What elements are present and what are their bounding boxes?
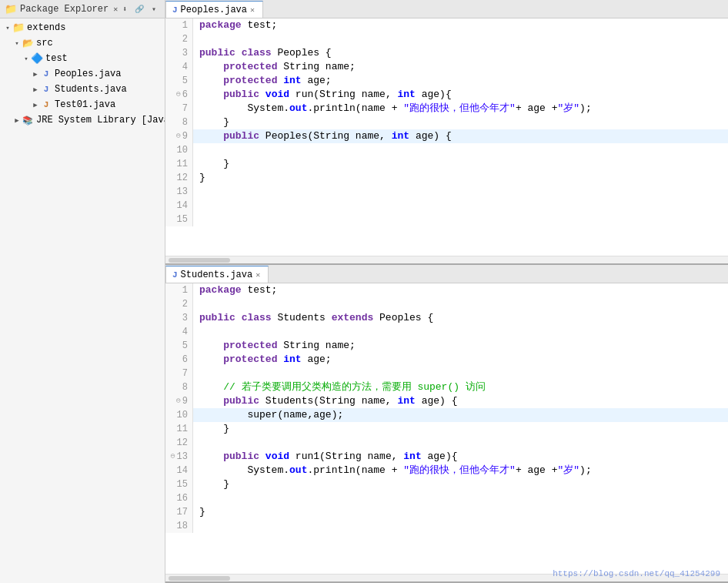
code-lines-peoples: 1package test;23public class Peoples {4 … [165, 18, 728, 256]
sidebar-toolbar: ⬇ 🔗 ▾ [119, 3, 160, 15]
tree-item-jre[interactable]: ▶ 📚 JRE System Library [JavaS... [0, 112, 165, 128]
lib-icon-jre: 📚 [22, 114, 34, 126]
code-line: 11 } [165, 422, 728, 436]
line-code-content: protected int age; [193, 74, 332, 88]
java-icon-test01: J [40, 99, 52, 111]
line-code-content [193, 519, 199, 533]
line-number: 12 [165, 171, 193, 185]
scrollbar-thumb-peoples [169, 258, 230, 263]
code-line: 10 [165, 143, 728, 157]
tree-item-peoples[interactable]: ▶ J Peoples.java [0, 66, 165, 82]
code-line: 3public class Students extends Peoples { [165, 311, 728, 325]
code-line: 10 super(name,age); [165, 408, 728, 422]
code-line: 16 [165, 491, 728, 505]
line-number: 8 [165, 116, 193, 129]
tree-item-extends[interactable]: ▾ 📁 extends [0, 20, 165, 35]
line-code-content: super(name,age); [193, 408, 343, 422]
package-icon-test: 🔷 [31, 52, 43, 65]
code-line: ⊖9 public Students(String name, int age)… [165, 394, 728, 408]
sidebar-header: 📁 Package Explorer ✕ ⬇ 🔗 ▾ [0, 0, 165, 18]
code-line: 6 protected int age; [165, 353, 728, 367]
link-with-editor-icon[interactable]: 🔗 [133, 3, 145, 15]
horizontal-scrollbar-peoples[interactable] [165, 256, 728, 263]
line-code-content: } [193, 422, 229, 436]
tree-toggle-jre[interactable]: ▶ [12, 116, 22, 125]
tree-item-src[interactable]: ▾ 📂 src [0, 35, 165, 51]
tree-toggle-test[interactable]: ▾ [22, 54, 31, 63]
code-line: 14 [165, 199, 728, 213]
line-number: 10 [165, 143, 193, 157]
tree-toggle-extends[interactable]: ▾ [3, 23, 12, 32]
tree-label-students: Students.java [55, 84, 127, 95]
line-code-content [193, 213, 199, 226]
line-code-content [193, 367, 199, 380]
tree-label-extends: extends [27, 22, 65, 33]
collapse-icon[interactable]: ⊖ [173, 88, 181, 102]
line-code-content: public class Peoples { [193, 46, 332, 60]
line-code-content [193, 297, 199, 311]
line-number: 15 [165, 213, 193, 226]
tree-label-test: test [45, 53, 68, 64]
line-code-content: package test; [193, 283, 277, 297]
line-number: 1 [165, 283, 193, 297]
line-number: 5 [165, 74, 193, 88]
line-number: 18 [165, 519, 193, 533]
line-number: ⊖6 [165, 88, 193, 102]
line-number: ⊖13 [165, 450, 193, 464]
line-number: 2 [165, 297, 193, 311]
code-line: 4 protected String name; [165, 60, 728, 74]
code-area-peoples[interactable]: 1package test;23public class Peoples {4 … [165, 18, 728, 256]
line-code-content: protected String name; [193, 339, 356, 353]
tree-item-test[interactable]: ▾ 🔷 test [0, 51, 165, 66]
code-line: 1package test; [165, 283, 728, 297]
line-code-content: // 若子类要调用父类构造的方法，需要用 super() 访问 [193, 380, 486, 394]
line-code-content: System.out.println(name + "跑的很快，但他今年才"+ … [193, 464, 592, 477]
code-line: 15 } [165, 477, 728, 491]
collapse-icon[interactable]: ⊖ [173, 394, 181, 408]
line-number: ⊖9 [165, 129, 193, 143]
tab-bar-peoples: J Peoples.java ✕ [165, 0, 728, 18]
collapse-all-icon[interactable]: ⬇ [119, 3, 131, 15]
tree-item-test01[interactable]: ▶ J Test01.java [0, 97, 165, 112]
line-code-content [193, 32, 199, 46]
sidebar-title: Package Explorer [20, 4, 109, 15]
code-line: 7 [165, 367, 728, 380]
line-code-content: } [193, 116, 229, 129]
folder-icon-src: 📂 [22, 37, 34, 49]
tab-peoples[interactable]: J Peoples.java ✕ [165, 1, 263, 18]
code-line: 1package test; [165, 18, 728, 32]
tree-toggle-students[interactable]: ▶ [31, 85, 40, 94]
tab-students[interactable]: J Students.java ✕ [165, 266, 269, 283]
tree-toggle-peoples[interactable]: ▶ [31, 69, 40, 79]
folder-icon: 📁 [5, 3, 17, 15]
tree-item-students[interactable]: ▶ J Students.java [0, 82, 165, 97]
line-number: 2 [165, 32, 193, 46]
line-code-content: } [193, 171, 205, 185]
collapse-icon[interactable]: ⊖ [168, 450, 175, 464]
tab-close-students[interactable]: ✕ [255, 270, 260, 280]
sidebar-close-icon[interactable]: ✕ [113, 5, 118, 14]
tab-close-peoples[interactable]: ✕ [250, 5, 255, 15]
line-number: 8 [165, 380, 193, 394]
line-code-content: public Students(String name, int age) { [193, 394, 457, 408]
tree-toggle-test01[interactable]: ▶ [31, 100, 40, 109]
editor-pane-students: J Students.java ✕ 1package test;23public… [165, 265, 728, 583]
folder-icon-extends: 📁 [12, 22, 25, 34]
line-code-content [193, 143, 199, 157]
view-menu-icon[interactable]: ▾ [148, 3, 160, 15]
code-area-students[interactable]: 1package test;23public class Students ex… [165, 283, 728, 574]
line-code-content: public void run(String name, int age){ [193, 88, 452, 102]
line-number: ⊖9 [165, 394, 193, 408]
collapse-icon[interactable]: ⊖ [173, 129, 181, 143]
code-line: 5 protected String name; [165, 339, 728, 353]
code-line: 8 // 若子类要调用父类构造的方法，需要用 super() 访问 [165, 380, 728, 394]
code-line: 13 [165, 185, 728, 199]
code-line: 12 [165, 436, 728, 450]
line-code-content: protected int age; [193, 353, 332, 367]
tree-label-test01: Test01.java [55, 99, 115, 110]
editor-pane-peoples: J Peoples.java ✕ 1package test;23public … [165, 0, 728, 265]
line-number: 4 [165, 60, 193, 74]
tree-toggle-src[interactable]: ▾ [12, 39, 22, 48]
horizontal-scrollbar-students[interactable] [165, 574, 728, 581]
line-code-content: System.out.println(name + "跑的很快，但他今年才"+ … [193, 102, 592, 116]
